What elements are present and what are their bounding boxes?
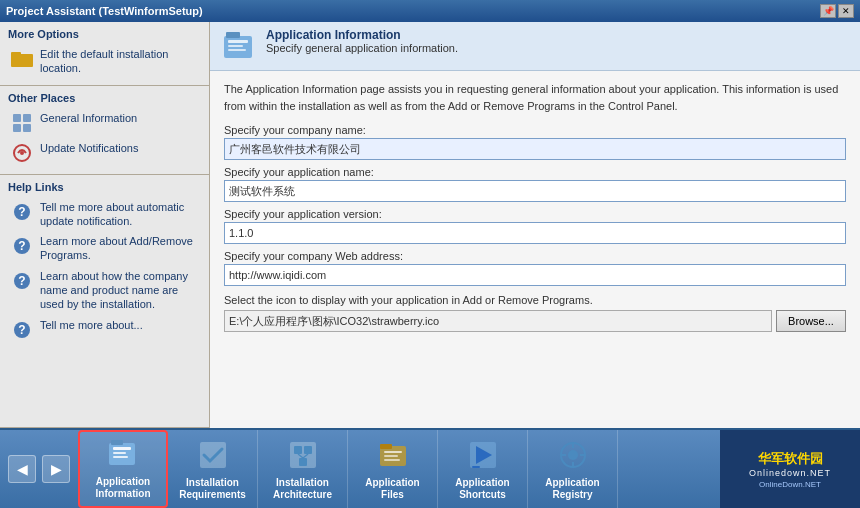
sidebar-item-edit-location[interactable]: Edit the default installation location. [8, 44, 201, 79]
nav-back-button[interactable]: ◀ [8, 455, 36, 483]
app-version-input[interactable] [224, 222, 846, 244]
svg-rect-29 [304, 446, 312, 454]
svg-rect-20 [226, 32, 240, 38]
svg-rect-25 [111, 440, 123, 445]
svg-text:?: ? [18, 323, 25, 337]
folder-icon [10, 47, 34, 71]
svg-rect-28 [294, 446, 302, 454]
svg-rect-22 [113, 447, 131, 450]
browse-button[interactable]: Browse... [776, 310, 846, 332]
question-icon-1: ? [10, 200, 34, 224]
svg-rect-37 [384, 459, 400, 461]
help3-label: Learn about how the company name and pro… [40, 269, 199, 312]
app-info-title: Application Information [266, 28, 458, 42]
toolbar-install-req-icon [195, 437, 231, 473]
sidebar-item-general-info[interactable]: General Information [8, 108, 201, 138]
svg-point-42 [568, 450, 578, 460]
svg-rect-2 [13, 114, 21, 122]
svg-text:?: ? [18, 274, 25, 288]
toolbar-item-app-info[interactable]: ApplicationInformation [78, 430, 168, 508]
toolbar-install-req-label: InstallationRequirements [179, 477, 246, 501]
general-info-label: General Information [40, 111, 137, 125]
sidebar-item-help1[interactable]: ? Tell me more about automatic update no… [8, 197, 201, 232]
banner-line1: 华军软件园 [758, 450, 823, 468]
app-info-icon [220, 28, 256, 64]
toolbar-app-shortcuts-icon [465, 437, 501, 473]
svg-rect-30 [299, 458, 307, 466]
close-button[interactable]: ✕ [838, 4, 854, 18]
toolbar-item-install-req[interactable]: InstallationRequirements [168, 430, 258, 508]
edit-location-label: Edit the default installation location. [40, 47, 199, 76]
toolbar-app-registry-icon [555, 437, 591, 473]
toolbar-app-info-icon [105, 438, 141, 472]
other-places-header: Other Places [8, 92, 201, 104]
toolbar-install-arch-label: InstallationArchitecture [273, 477, 332, 501]
web-address-input[interactable] [224, 264, 846, 286]
toolbar-item-install-arch[interactable]: InstallationArchitecture [258, 430, 348, 508]
toolbar: ◀ ▶ ApplicationInformation InstallationR… [0, 428, 860, 508]
svg-rect-4 [13, 124, 21, 132]
svg-rect-35 [384, 451, 402, 453]
svg-rect-23 [113, 452, 126, 454]
toolbar-install-arch-icon [285, 437, 321, 473]
question-icon-3: ? [10, 269, 34, 293]
help2-label: Learn more about Add/Remove Programs. [40, 234, 199, 263]
svg-rect-24 [113, 456, 128, 458]
more-options-header: More Options [8, 28, 201, 40]
update-icon [10, 141, 34, 165]
icon-section: Select the icon to display with your app… [224, 294, 846, 332]
help4-label: Tell me more about... [40, 318, 143, 332]
help-links-section: Help Links ? Tell me more about automati… [0, 175, 209, 428]
nav-forward-button[interactable]: ▶ [42, 455, 70, 483]
app-version-label: Specify your application version: [224, 208, 846, 220]
toolbar-app-shortcuts-label: ApplicationShortcuts [455, 477, 509, 501]
app-version-row: Specify your application version: [224, 208, 846, 244]
more-options-section: More Options Edit the default installati… [0, 22, 209, 86]
banner-line2: Onlinedown.NET [749, 468, 831, 478]
web-address-row: Specify your company Web address: 公司网站地址 [224, 250, 846, 286]
toolbar-item-app-files[interactable]: ApplicationFiles [348, 430, 438, 508]
app-name-row: Specify your application name: 软件名称、版本 [224, 166, 846, 202]
icon-path-row: Browse... [224, 310, 846, 332]
svg-rect-36 [384, 455, 398, 457]
window-title: Project Assistant (TestWinformSetup) [6, 5, 203, 17]
toolbar-app-files-label: ApplicationFiles [365, 477, 419, 501]
toolbar-app-info-label: ApplicationInformation [96, 476, 151, 500]
question-icon-2: ? [10, 234, 34, 258]
company-name-label: Specify your company name: [224, 124, 846, 136]
toolbar-item-app-registry[interactable]: ApplicationRegistry [528, 430, 618, 508]
toolbar-app-files-icon [375, 437, 411, 473]
company-name-row: Specify your company name: 单位名称 [224, 124, 846, 160]
app-info-text: Application Information Specify general … [266, 28, 458, 54]
sidebar-item-help2[interactable]: ? Learn more about Add/Remove Programs. [8, 231, 201, 266]
svg-rect-19 [228, 49, 246, 51]
sidebar-item-update-notifications[interactable]: Update Notifications [8, 138, 201, 168]
update-notifications-label: Update Notifications [40, 141, 138, 155]
app-name-input[interactable] [224, 180, 846, 202]
question-icon-4: ? [10, 318, 34, 342]
toolbar-app-registry-label: ApplicationRegistry [545, 477, 599, 501]
other-places-section: Other Places General Information [0, 86, 209, 175]
pin-button[interactable]: 📌 [820, 4, 836, 18]
help-links-header: Help Links [8, 181, 201, 193]
icon-path-input[interactable] [224, 310, 772, 332]
web-address-label: Specify your company Web address: [224, 250, 846, 262]
sidebar-item-help3[interactable]: ? Learn about how the company name and p… [8, 266, 201, 315]
company-name-input[interactable] [224, 138, 846, 160]
toolbar-item-app-shortcuts[interactable]: ApplicationShortcuts [438, 430, 528, 508]
form-area: Specify your company name: 单位名称 Specify … [224, 124, 846, 332]
banner-line3: OnlineDown.NET [759, 480, 821, 489]
app-info-header: Application Information Specify general … [210, 22, 860, 71]
sidebar-item-help4[interactable]: ? Tell me more about... [8, 315, 201, 345]
window-controls: 📌 ✕ [820, 4, 854, 18]
svg-rect-5 [23, 124, 31, 132]
sidebar: More Options Edit the default installati… [0, 22, 210, 428]
svg-rect-40 [472, 466, 480, 468]
main-area: More Options Edit the default installati… [0, 22, 860, 428]
app-name-label: Specify your application name: [224, 166, 846, 178]
icon-section-label: Select the icon to display with your app… [224, 294, 846, 306]
toolbar-banner: 华军软件园 Onlinedown.NET OnlineDown.NET [720, 430, 860, 508]
content-area: Application Information Specify general … [210, 22, 860, 428]
content-description: The Application Information page assists… [224, 81, 846, 114]
grid-icon [10, 111, 34, 135]
